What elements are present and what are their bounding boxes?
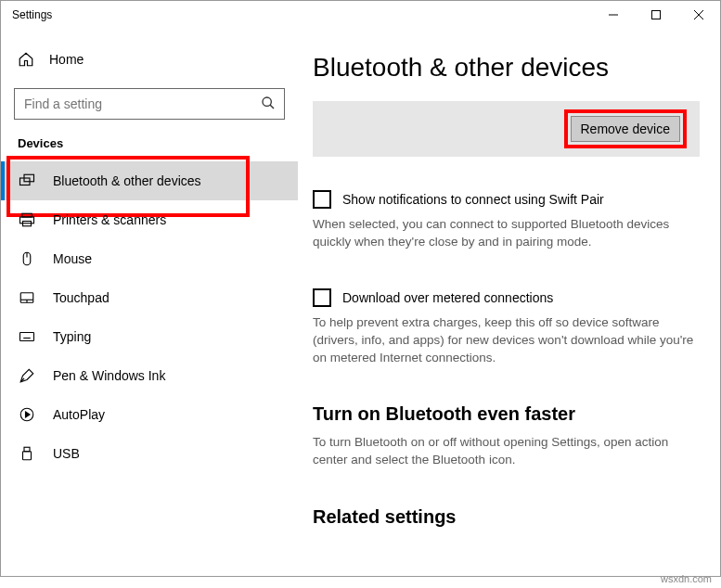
nav-usb[interactable]: USB: [1, 434, 298, 473]
metered-label: Download over metered connections: [342, 290, 553, 305]
minimize-button[interactable]: [592, 1, 635, 29]
metered-checkbox[interactable]: [313, 288, 331, 307]
nav-label: Touchpad: [53, 290, 109, 305]
watermark: wsxdn.com: [661, 573, 712, 584]
page-title: Bluetooth & other devices: [313, 53, 700, 83]
svg-point-4: [263, 97, 271, 106]
bluetooth-devices-icon: [18, 173, 36, 189]
home-link[interactable]: Home: [1, 45, 298, 73]
related-heading: Related settings: [313, 506, 700, 528]
home-icon: [18, 51, 34, 68]
maximize-button[interactable]: [635, 1, 677, 29]
swift-pair-checkbox[interactable]: [313, 190, 331, 209]
metered-help: To help prevent extra charges, keep this…: [313, 314, 700, 367]
touchpad-icon: [18, 289, 36, 306]
section-header: Devices: [1, 136, 298, 161]
nav-list: Bluetooth & other devices Printers & sca…: [1, 161, 298, 473]
search-input[interactable]: [14, 88, 285, 120]
swift-pair-row: Show notifications to connect using Swif…: [313, 190, 700, 209]
svg-rect-25: [24, 447, 30, 452]
titlebar: Settings: [1, 1, 720, 29]
nav-bluetooth[interactable]: Bluetooth & other devices: [1, 161, 298, 200]
nav-label: Bluetooth & other devices: [53, 173, 201, 188]
window-controls: [592, 1, 720, 29]
nav-printers[interactable]: Printers & scanners: [1, 200, 298, 239]
nav-autoplay[interactable]: AutoPlay: [1, 395, 298, 434]
nav-mouse[interactable]: Mouse: [1, 239, 298, 278]
keyboard-icon: [18, 328, 36, 345]
main-pane: Bluetooth & other devices Remove device …: [298, 29, 720, 576]
nav-pen[interactable]: Pen & Windows Ink: [1, 356, 298, 395]
window-title: Settings: [12, 8, 592, 21]
svg-marker-24: [26, 412, 31, 417]
nav-label: USB: [53, 446, 80, 461]
svg-rect-26: [23, 452, 32, 460]
nav-label: Typing: [53, 329, 91, 344]
svg-rect-16: [20, 333, 34, 341]
pen-icon: [18, 367, 36, 384]
faster-heading: Turn on Bluetooth even faster: [313, 403, 700, 425]
nav-label: Printers & scanners: [53, 212, 166, 227]
mouse-icon: [18, 250, 36, 267]
nav-label: Pen & Windows Ink: [53, 368, 165, 383]
nav-label: Mouse: [53, 251, 92, 266]
usb-icon: [18, 445, 36, 462]
printer-icon: [18, 211, 36, 228]
nav-typing[interactable]: Typing: [1, 317, 298, 356]
body: Home Devices Bluetooth & other devices P…: [1, 29, 720, 576]
remove-device-button[interactable]: Remove device: [571, 116, 681, 142]
autoplay-icon: [18, 406, 36, 423]
nav-touchpad[interactable]: Touchpad: [1, 278, 298, 317]
metered-row: Download over metered connections: [313, 288, 700, 307]
search-wrap: [14, 88, 285, 120]
nav-label: AutoPlay: [53, 407, 105, 422]
svg-rect-1: [652, 11, 661, 19]
highlight-box-remove: Remove device: [564, 109, 688, 148]
device-action-bar: Remove device: [313, 101, 700, 157]
search-icon: [261, 96, 276, 110]
swift-pair-help: When selected, you can connect to suppor…: [313, 216, 700, 251]
svg-rect-9: [20, 217, 34, 224]
home-label: Home: [49, 52, 84, 67]
close-button[interactable]: [677, 1, 720, 29]
swift-pair-label: Show notifications to connect using Swif…: [342, 192, 604, 207]
settings-window: Settings Home Devices Bluetooth & other …: [0, 0, 721, 577]
svg-line-5: [270, 105, 274, 109]
sidebar: Home Devices Bluetooth & other devices P…: [1, 29, 298, 576]
faster-help: To turn Bluetooth on or off without open…: [313, 434, 700, 469]
